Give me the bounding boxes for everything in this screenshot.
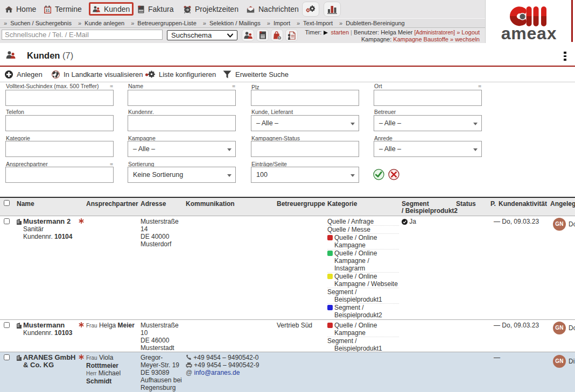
svg-text:31: 31 bbox=[45, 8, 50, 13]
svg-text:ameax: ameax bbox=[501, 24, 557, 43]
